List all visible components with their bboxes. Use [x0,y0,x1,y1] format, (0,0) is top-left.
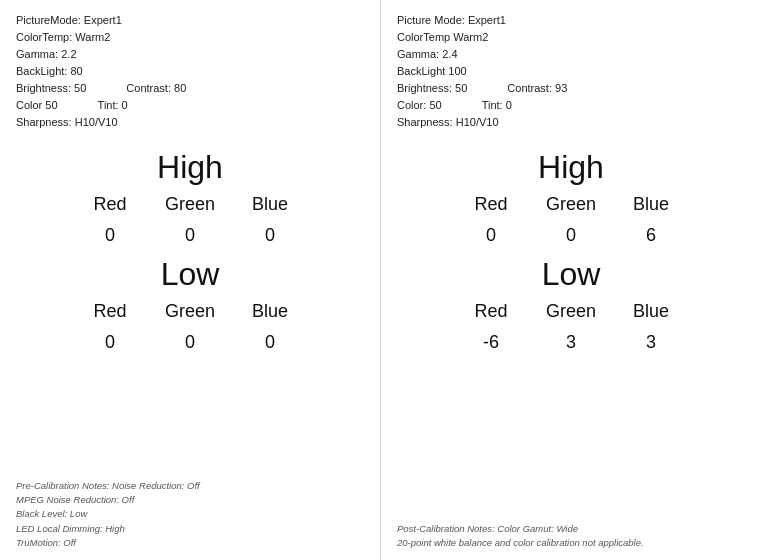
right-low-title: Low [397,256,745,293]
left-high-section: High Red Green Blue 0 0 0 [16,149,364,246]
left-brightness-contrast-row: Brightness: 50 Contrast: 80 [16,80,364,97]
right-high-green-label: Green [531,194,611,215]
left-high-labels: Red Green Blue [16,194,364,215]
left-note-1: Pre-Calibration Notes: Noise Reduction: … [16,479,364,493]
left-info: PictureMode: Expert1 ColorTemp: Warm2 Ga… [16,12,364,131]
left-sharpness: Sharpness: H10/V10 [16,114,364,131]
right-picture-mode: Picture Mode: Expert1 [397,12,745,29]
left-backlight: BackLight: 80 [16,63,364,80]
left-low-blue-label: Blue [230,301,310,322]
left-high-title: High [16,149,364,186]
right-high-green-value: 0 [531,225,611,246]
right-backlight: BackLight 100 [397,63,745,80]
right-low-section: Low Red Green Blue -6 3 3 [397,256,745,353]
right-low-green-value: 3 [531,332,611,353]
right-color-temp: ColorTemp Warm2 [397,29,745,46]
right-brightness: Brightness: 50 [397,80,467,97]
left-high-green-value: 0 [150,225,230,246]
right-high-title: High [397,149,745,186]
right-high-labels: Red Green Blue [397,194,745,215]
left-picture-mode: PictureMode: Expert1 [16,12,364,29]
right-low-labels: Red Green Blue [397,301,745,322]
right-high-values: 0 0 6 [397,219,745,246]
left-low-section: Low Red Green Blue 0 0 0 [16,256,364,353]
left-brightness: Brightness: 50 [16,80,86,97]
left-tint: Tint: 0 [98,97,128,114]
left-notes: Pre-Calibration Notes: Noise Reduction: … [16,479,364,550]
right-high-section: High Red Green Blue 0 0 6 [397,149,745,246]
right-note-2: 20-point white balance and color calibra… [397,536,745,550]
left-color: Color 50 [16,97,58,114]
right-brightness-contrast-row: Brightness: 50 Contrast: 93 [397,80,745,97]
right-low-red-value: -6 [451,332,531,353]
left-low-green-value: 0 [150,332,230,353]
right-color: Color: 50 [397,97,442,114]
left-note-5: TruMotion: Off [16,536,364,550]
right-sharpness: Sharpness: H10/V10 [397,114,745,131]
left-high-values: 0 0 0 [16,219,364,246]
left-low-red-value: 0 [70,332,150,353]
left-panel: PictureMode: Expert1 ColorTemp: Warm2 Ga… [0,0,381,560]
right-color-tint-row: Color: 50 Tint: 0 [397,97,745,114]
left-low-green-label: Green [150,301,230,322]
right-low-red-label: Red [451,301,531,322]
right-panel: Picture Mode: Expert1 ColorTemp Warm2 Ga… [381,0,761,560]
right-low-green-label: Green [531,301,611,322]
left-high-green-label: Green [150,194,230,215]
left-high-red-value: 0 [70,225,150,246]
right-high-red-value: 0 [451,225,531,246]
right-note-1: Post-Calibration Notes: Color Gamut: Wid… [397,522,745,536]
right-high-blue-value: 6 [611,225,691,246]
left-low-red-label: Red [70,301,150,322]
left-high-red-label: Red [70,194,150,215]
right-high-red-label: Red [451,194,531,215]
left-gamma: Gamma: 2.2 [16,46,364,63]
right-gamma: Gamma: 2.4 [397,46,745,63]
left-low-title: Low [16,256,364,293]
left-contrast: Contrast: 80 [126,80,186,97]
left-note-3: Black Level: Low [16,507,364,521]
right-tint: Tint: 0 [482,97,512,114]
right-low-values: -6 3 3 [397,326,745,353]
left-low-labels: Red Green Blue [16,301,364,322]
right-low-blue-label: Blue [611,301,691,322]
right-info: Picture Mode: Expert1 ColorTemp Warm2 Ga… [397,12,745,131]
right-contrast: Contrast: 93 [507,80,567,97]
left-high-blue-value: 0 [230,225,310,246]
right-high-blue-label: Blue [611,194,691,215]
right-low-blue-value: 3 [611,332,691,353]
left-high-blue-label: Blue [230,194,310,215]
left-low-values: 0 0 0 [16,326,364,353]
left-note-4: LED Local Dimming: High [16,522,364,536]
left-low-blue-value: 0 [230,332,310,353]
left-note-2: MPEG Noise Reduction: Off [16,493,364,507]
left-color-temp: ColorTemp: Warm2 [16,29,364,46]
right-notes: Post-Calibration Notes: Color Gamut: Wid… [397,522,745,551]
left-color-tint-row: Color 50 Tint: 0 [16,97,364,114]
